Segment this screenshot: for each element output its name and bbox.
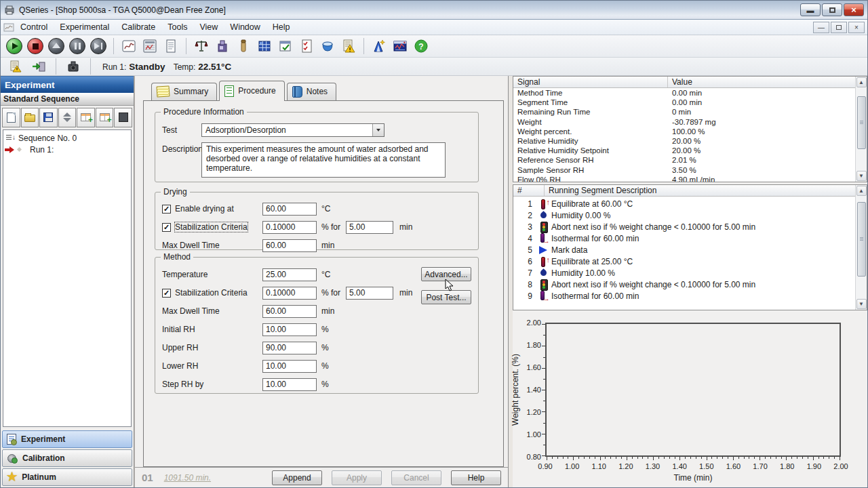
menu-item-calibrate[interactable]: Calibrate <box>115 21 161 33</box>
autosampler-button[interactable] <box>255 37 274 56</box>
sequence-verify-button[interactable] <box>276 37 295 56</box>
tree-item-run[interactable]: Run 1: <box>3 144 131 155</box>
segment-row[interactable]: 9Isothermal for 60.00 min <box>513 290 855 302</box>
event-log2-button[interactable] <box>6 57 25 76</box>
furnace-camera-button[interactable] <box>64 57 83 76</box>
step-forward-button[interactable] <box>89 37 108 56</box>
menu-item-view[interactable]: View <box>193 21 224 33</box>
apply-button[interactable]: Apply <box>332 470 382 485</box>
up-down-arrows-icon <box>63 113 71 122</box>
scroll-thumb[interactable] <box>857 96 866 149</box>
drying-temp-input[interactable]: 60.00 <box>262 203 317 216</box>
realtime-plot-button[interactable] <box>119 37 138 56</box>
menu-item-control[interactable]: Control <box>14 21 54 33</box>
cancel-button[interactable]: Cancel <box>391 470 441 485</box>
tab-procedure[interactable]: Procedure <box>219 81 284 101</box>
run-notes-button[interactable] <box>161 37 180 56</box>
menu-item-tools[interactable]: Tools <box>161 21 193 33</box>
delete-run-button[interactable] <box>114 108 132 127</box>
menu-item-experimental[interactable]: Experimental <box>54 21 115 33</box>
method-dwell-input[interactable]: 60.00 <box>262 305 317 318</box>
move-run-button[interactable] <box>58 108 77 127</box>
scroll-down-arrow-icon[interactable]: ▼ <box>856 299 867 309</box>
append-button[interactable]: Append <box>272 470 322 485</box>
restore-button[interactable] <box>822 3 842 16</box>
scroll-thumb[interactable] <box>857 202 866 277</box>
enable-drying-checkbox[interactable]: ✓ <box>162 205 171 214</box>
mdi-restore-button[interactable] <box>831 22 847 33</box>
value-column-header[interactable]: Value <box>668 77 867 87</box>
mdi-close-button[interactable]: × <box>848 22 865 33</box>
sample-vial-button[interactable] <box>234 37 253 56</box>
sequence-tree: Sequence No. 0 Run 1: <box>3 129 132 427</box>
pause-button[interactable] <box>68 37 87 56</box>
close-button[interactable]: × <box>844 3 864 16</box>
drying-stabilization-input[interactable]: 0.10000 <box>262 221 317 234</box>
stop-button[interactable] <box>26 37 45 56</box>
initial-rh-input[interactable]: 10.00 <box>262 323 317 336</box>
signal-display-button[interactable] <box>391 37 410 56</box>
insert-run-button[interactable] <box>77 108 95 127</box>
segment-number-header[interactable]: # <box>513 185 545 196</box>
description-field[interactable]: This experiment measures the amount of w… <box>201 142 446 178</box>
new-sequence-button[interactable] <box>2 108 20 127</box>
drying-stabilization-time-input[interactable]: 5.00 <box>346 221 393 234</box>
segment-scrollbar[interactable]: ▲ ▼ <box>855 185 867 310</box>
menu-item-help[interactable]: Help <box>267 21 296 33</box>
eject-button[interactable] <box>47 37 66 56</box>
scroll-up-arrow-icon[interactable]: ▲ <box>856 186 867 196</box>
cooler-button[interactable] <box>318 37 337 56</box>
signal-scrollbar[interactable]: ▲ ▼ <box>855 77 867 182</box>
lower-rh-input[interactable]: 10.00 <box>262 360 317 373</box>
segment-description-header[interactable]: Running Segment Description <box>545 186 867 195</box>
signal-table: Signal Value Method Time0.00 min Segment… <box>513 76 867 182</box>
temperature-input[interactable]: 25.00 <box>262 268 317 281</box>
instrument-button[interactable] <box>213 37 232 56</box>
drying-dwell-input[interactable]: 60.00 <box>262 239 317 252</box>
signal-column-header[interactable]: Signal <box>513 77 668 87</box>
mdi-minimize-button[interactable]: — <box>813 22 829 33</box>
platinum-button[interactable] <box>370 37 389 56</box>
segment-row[interactable]: 5Mark data <box>513 244 855 256</box>
sidebar-item-calibration[interactable]: Calibration <box>2 449 132 467</box>
event-log-button[interactable] <box>339 37 358 56</box>
restore-icon <box>829 7 835 13</box>
tare-balance-button[interactable] <box>192 37 211 56</box>
append-run-button[interactable] <box>96 108 114 127</box>
segment-row[interactable]: 8Abort next iso if % weight change < 0.1… <box>513 279 855 290</box>
drying-stabilization-checkbox[interactable]: ✓ <box>162 223 171 232</box>
scroll-up-arrow-icon[interactable]: ▲ <box>856 77 867 87</box>
segment-row[interactable]: 2Humidity 0.00 % <box>513 209 855 221</box>
sidebar-item-experiment[interactable]: Experiment <box>2 430 132 448</box>
method-stabilization-checkbox[interactable]: ✓ <box>162 289 171 298</box>
scroll-down-arrow-icon[interactable]: ▼ <box>856 171 867 181</box>
segment-row[interactable]: 3Abort next iso if % weight change < 0.1… <box>513 221 855 232</box>
method-stabilization-input[interactable]: 0.10000 <box>262 287 317 300</box>
export-data-button[interactable] <box>29 57 48 76</box>
open-sequence-button[interactable] <box>21 108 39 127</box>
data-table-button[interactable] <box>140 37 159 56</box>
sidebar-item-platinum[interactable]: ★ Platinum <box>2 468 132 486</box>
method-stabilization-time-unit: min <box>399 288 412 298</box>
start-button[interactable] <box>5 37 24 56</box>
segment-row[interactable]: 1Equilibrate at 60.00 °C <box>513 198 855 209</box>
step-rh-input[interactable]: 10.00 <box>262 378 317 391</box>
chart-plot-area[interactable] <box>545 323 841 457</box>
method-stabilization-time-input[interactable]: 5.00 <box>346 287 393 300</box>
tab-notes[interactable]: Notes <box>287 83 336 100</box>
dropdown-arrow-icon[interactable] <box>372 124 384 136</box>
segment-row[interactable]: 7Humidity 10.00 % <box>513 267 855 279</box>
post-test-button[interactable]: Post Test... <box>421 290 471 304</box>
test-select[interactable]: Adsorption/Desorption <box>201 123 384 137</box>
tree-item-sequence[interactable]: Sequence No. 0 <box>3 132 131 144</box>
menu-item-window[interactable]: Window <box>224 21 266 33</box>
segment-row[interactable]: 4Isothermal for 60.00 min <box>513 232 855 244</box>
help-button-footer[interactable]: Help <box>451 470 501 485</box>
checklist-button[interactable] <box>297 37 316 56</box>
help-button[interactable]: ? <box>412 37 431 56</box>
save-sequence-button[interactable] <box>39 108 58 127</box>
minimize-button[interactable]: ▬ <box>800 3 821 16</box>
segment-row[interactable]: 6Equilibrate at 25.00 °C <box>513 256 855 267</box>
upper-rh-input[interactable]: 90.00 <box>262 342 317 354</box>
tab-summary[interactable]: Summary <box>151 83 217 100</box>
